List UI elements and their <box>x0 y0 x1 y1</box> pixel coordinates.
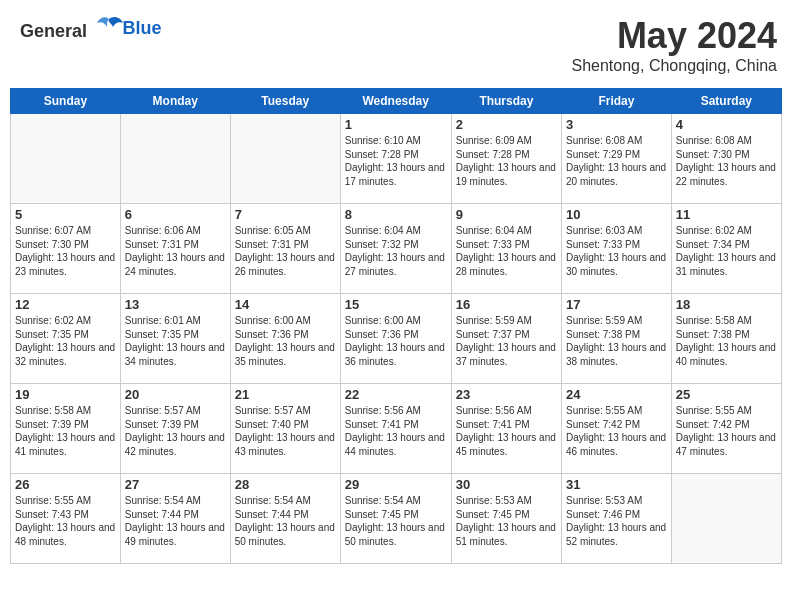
calendar-cell: 25Sunrise: 5:55 AMSunset: 7:42 PMDayligh… <box>671 384 781 474</box>
day-number: 24 <box>566 387 667 402</box>
day-info: Sunrise: 5:57 AMSunset: 7:40 PMDaylight:… <box>235 404 336 458</box>
header: General Blue May 2024 Shentong, Chongqin… <box>10 10 782 80</box>
day-number: 9 <box>456 207 557 222</box>
calendar-cell: 20Sunrise: 5:57 AMSunset: 7:39 PMDayligh… <box>120 384 230 474</box>
weekday-header-thursday: Thursday <box>451 89 561 114</box>
day-number: 15 <box>345 297 447 312</box>
calendar-cell <box>120 114 230 204</box>
day-info: Sunrise: 5:59 AMSunset: 7:38 PMDaylight:… <box>566 314 667 368</box>
weekday-header-wednesday: Wednesday <box>340 89 451 114</box>
day-info: Sunrise: 5:53 AMSunset: 7:45 PMDaylight:… <box>456 494 557 548</box>
day-info: Sunrise: 6:05 AMSunset: 7:31 PMDaylight:… <box>235 224 336 278</box>
logo-text-general: General <box>20 21 87 41</box>
day-info: Sunrise: 6:07 AMSunset: 7:30 PMDaylight:… <box>15 224 116 278</box>
day-info: Sunrise: 6:01 AMSunset: 7:35 PMDaylight:… <box>125 314 226 368</box>
calendar-cell: 18Sunrise: 5:58 AMSunset: 7:38 PMDayligh… <box>671 294 781 384</box>
calendar-cell <box>11 114 121 204</box>
calendar-cell: 12Sunrise: 6:02 AMSunset: 7:35 PMDayligh… <box>11 294 121 384</box>
day-number: 18 <box>676 297 777 312</box>
weekday-header-row: SundayMondayTuesdayWednesdayThursdayFrid… <box>11 89 782 114</box>
day-number: 21 <box>235 387 336 402</box>
day-info: Sunrise: 6:00 AMSunset: 7:36 PMDaylight:… <box>235 314 336 368</box>
logo-text-blue: Blue <box>123 18 162 38</box>
day-info: Sunrise: 6:02 AMSunset: 7:34 PMDaylight:… <box>676 224 777 278</box>
calendar-cell: 17Sunrise: 5:59 AMSunset: 7:38 PMDayligh… <box>562 294 672 384</box>
day-number: 14 <box>235 297 336 312</box>
day-info: Sunrise: 6:09 AMSunset: 7:28 PMDaylight:… <box>456 134 557 188</box>
calendar-cell: 9Sunrise: 6:04 AMSunset: 7:33 PMDaylight… <box>451 204 561 294</box>
day-number: 2 <box>456 117 557 132</box>
day-number: 30 <box>456 477 557 492</box>
day-number: 19 <box>15 387 116 402</box>
calendar-week-4: 19Sunrise: 5:58 AMSunset: 7:39 PMDayligh… <box>11 384 782 474</box>
day-number: 11 <box>676 207 777 222</box>
month-title: May 2024 <box>572 15 778 57</box>
calendar-cell: 10Sunrise: 6:03 AMSunset: 7:33 PMDayligh… <box>562 204 672 294</box>
day-info: Sunrise: 5:57 AMSunset: 7:39 PMDaylight:… <box>125 404 226 458</box>
calendar-cell: 4Sunrise: 6:08 AMSunset: 7:30 PMDaylight… <box>671 114 781 204</box>
calendar-cell: 8Sunrise: 6:04 AMSunset: 7:32 PMDaylight… <box>340 204 451 294</box>
day-number: 13 <box>125 297 226 312</box>
day-info: Sunrise: 6:04 AMSunset: 7:33 PMDaylight:… <box>456 224 557 278</box>
day-number: 23 <box>456 387 557 402</box>
day-number: 6 <box>125 207 226 222</box>
calendar-cell: 27Sunrise: 5:54 AMSunset: 7:44 PMDayligh… <box>120 474 230 564</box>
day-info: Sunrise: 5:55 AMSunset: 7:42 PMDaylight:… <box>566 404 667 458</box>
day-info: Sunrise: 5:55 AMSunset: 7:43 PMDaylight:… <box>15 494 116 548</box>
day-info: Sunrise: 6:00 AMSunset: 7:36 PMDaylight:… <box>345 314 447 368</box>
day-info: Sunrise: 5:58 AMSunset: 7:38 PMDaylight:… <box>676 314 777 368</box>
calendar-cell: 24Sunrise: 5:55 AMSunset: 7:42 PMDayligh… <box>562 384 672 474</box>
calendar-cell: 2Sunrise: 6:09 AMSunset: 7:28 PMDaylight… <box>451 114 561 204</box>
day-number: 4 <box>676 117 777 132</box>
day-info: Sunrise: 5:58 AMSunset: 7:39 PMDaylight:… <box>15 404 116 458</box>
calendar: SundayMondayTuesdayWednesdayThursdayFrid… <box>10 88 782 564</box>
logo: General Blue <box>20 15 162 42</box>
weekday-header-monday: Monday <box>120 89 230 114</box>
calendar-cell: 28Sunrise: 5:54 AMSunset: 7:44 PMDayligh… <box>230 474 340 564</box>
calendar-cell: 15Sunrise: 6:00 AMSunset: 7:36 PMDayligh… <box>340 294 451 384</box>
calendar-cell: 11Sunrise: 6:02 AMSunset: 7:34 PMDayligh… <box>671 204 781 294</box>
calendar-cell: 1Sunrise: 6:10 AMSunset: 7:28 PMDaylight… <box>340 114 451 204</box>
day-info: Sunrise: 6:03 AMSunset: 7:33 PMDaylight:… <box>566 224 667 278</box>
day-info: Sunrise: 6:08 AMSunset: 7:29 PMDaylight:… <box>566 134 667 188</box>
day-number: 20 <box>125 387 226 402</box>
day-number: 26 <box>15 477 116 492</box>
day-number: 5 <box>15 207 116 222</box>
day-info: Sunrise: 6:04 AMSunset: 7:32 PMDaylight:… <box>345 224 447 278</box>
calendar-cell: 22Sunrise: 5:56 AMSunset: 7:41 PMDayligh… <box>340 384 451 474</box>
calendar-cell: 26Sunrise: 5:55 AMSunset: 7:43 PMDayligh… <box>11 474 121 564</box>
calendar-cell: 13Sunrise: 6:01 AMSunset: 7:35 PMDayligh… <box>120 294 230 384</box>
day-info: Sunrise: 5:56 AMSunset: 7:41 PMDaylight:… <box>345 404 447 458</box>
day-info: Sunrise: 5:55 AMSunset: 7:42 PMDaylight:… <box>676 404 777 458</box>
day-info: Sunrise: 5:56 AMSunset: 7:41 PMDaylight:… <box>456 404 557 458</box>
day-number: 7 <box>235 207 336 222</box>
day-number: 27 <box>125 477 226 492</box>
calendar-cell <box>671 474 781 564</box>
day-info: Sunrise: 5:54 AMSunset: 7:44 PMDaylight:… <box>125 494 226 548</box>
calendar-cell: 7Sunrise: 6:05 AMSunset: 7:31 PMDaylight… <box>230 204 340 294</box>
calendar-cell: 23Sunrise: 5:56 AMSunset: 7:41 PMDayligh… <box>451 384 561 474</box>
calendar-week-1: 1Sunrise: 6:10 AMSunset: 7:28 PMDaylight… <box>11 114 782 204</box>
calendar-cell: 16Sunrise: 5:59 AMSunset: 7:37 PMDayligh… <box>451 294 561 384</box>
weekday-header-friday: Friday <box>562 89 672 114</box>
calendar-cell: 3Sunrise: 6:08 AMSunset: 7:29 PMDaylight… <box>562 114 672 204</box>
day-number: 17 <box>566 297 667 312</box>
calendar-cell: 19Sunrise: 5:58 AMSunset: 7:39 PMDayligh… <box>11 384 121 474</box>
location: Shentong, Chongqing, China <box>572 57 778 75</box>
title-block: May 2024 Shentong, Chongqing, China <box>572 15 778 75</box>
day-info: Sunrise: 6:06 AMSunset: 7:31 PMDaylight:… <box>125 224 226 278</box>
day-info: Sunrise: 6:08 AMSunset: 7:30 PMDaylight:… <box>676 134 777 188</box>
day-number: 25 <box>676 387 777 402</box>
logo-bird-icon <box>95 15 123 37</box>
weekday-header-tuesday: Tuesday <box>230 89 340 114</box>
calendar-cell: 6Sunrise: 6:06 AMSunset: 7:31 PMDaylight… <box>120 204 230 294</box>
day-number: 10 <box>566 207 667 222</box>
weekday-header-saturday: Saturday <box>671 89 781 114</box>
calendar-cell: 14Sunrise: 6:00 AMSunset: 7:36 PMDayligh… <box>230 294 340 384</box>
weekday-header-sunday: Sunday <box>11 89 121 114</box>
day-number: 12 <box>15 297 116 312</box>
day-number: 29 <box>345 477 447 492</box>
day-number: 31 <box>566 477 667 492</box>
day-number: 22 <box>345 387 447 402</box>
day-info: Sunrise: 5:54 AMSunset: 7:45 PMDaylight:… <box>345 494 447 548</box>
